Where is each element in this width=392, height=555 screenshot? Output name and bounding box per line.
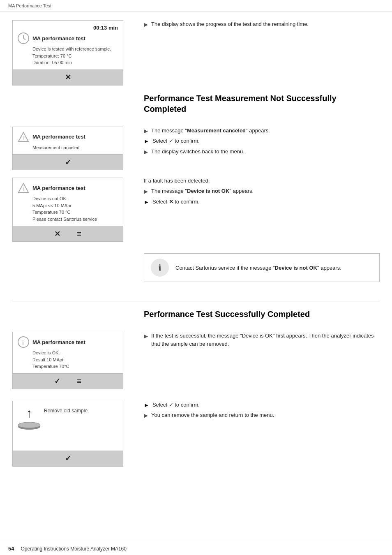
step-text-conf1: Select ✓ to confirm. bbox=[152, 401, 200, 409]
info-box: i Contact Sartorius service if the messa… bbox=[144, 253, 380, 282]
row-fault: ! MA performance test Device is not OK. … bbox=[12, 178, 380, 242]
instruction-text-progress: The display shows the progress of the te… bbox=[151, 20, 309, 28]
svg-text:i: i bbox=[22, 340, 24, 346]
step-text-c2: Select ✓ to confirm. bbox=[152, 137, 200, 145]
device-box-inner-progress: 00:13 min MA performance test Device is … bbox=[13, 21, 123, 69]
device-title-progress: MA performance test bbox=[32, 35, 85, 42]
svg-line-2 bbox=[23, 38, 25, 40]
arrow-up-icon: ↑ bbox=[26, 407, 32, 419]
page-content: 00:13 min MA performance test Device is … bbox=[0, 12, 392, 482]
info-icon-ok: i bbox=[18, 336, 29, 348]
step-text-f1: The message "Device is not OK" appears. bbox=[151, 187, 254, 195]
device-info-line-3: Duration: 05:00 min bbox=[32, 59, 118, 66]
device-header-canceled: ! MA performance test bbox=[18, 131, 118, 143]
step-text-c3: The display switches back to the menu. bbox=[151, 148, 244, 156]
arrow-filled-c2: ► bbox=[144, 137, 149, 146]
col-right-progress: ▶ The display shows the progress of the … bbox=[144, 20, 380, 31]
device-title-ok: MA performance test bbox=[32, 339, 85, 345]
step-confirm-1: ► Select ✓ to confirm. bbox=[144, 401, 380, 409]
instruction-list-success: ▶ If the test is successful, the message… bbox=[144, 332, 380, 348]
section2-heading: Performance Test Measurement Not Success… bbox=[144, 93, 380, 114]
device-footer-remove: ✓ bbox=[13, 451, 123, 466]
step-text-s1: If the test is successful, the message "… bbox=[151, 332, 380, 348]
row-section2-heading: Performance Test Measurement Not Success… bbox=[12, 93, 380, 119]
device-info-canceled-1: Measurement canceled bbox=[32, 144, 118, 151]
step-canceled-3: ▶ The display switches back to the menu. bbox=[144, 148, 380, 156]
col-right-remove: ► Select ✓ to confirm. ▶ You can remove … bbox=[144, 401, 380, 422]
info-note-text: Contact Sartorius service if the message… bbox=[175, 265, 341, 271]
device-box-fault: ! MA performance test Device is not OK. … bbox=[12, 178, 123, 242]
cancel-button-progress[interactable]: ✕ bbox=[65, 74, 71, 81]
ok-line-2: Result 10 MAρi bbox=[32, 356, 118, 363]
device-footer-canceled: ✓ bbox=[13, 154, 123, 170]
device-box-canceled: ! MA performance test Measurement cancel… bbox=[12, 127, 123, 171]
page-number: 54 bbox=[8, 546, 14, 552]
sample-box: ↑ Remove old sample ✓ bbox=[12, 401, 123, 467]
row-progress: 00:13 min MA performance test Device is … bbox=[12, 20, 380, 86]
arrow-outline-progress: ▶ bbox=[144, 21, 148, 29]
warning-icon-fault: ! bbox=[18, 182, 29, 194]
instruction-list-confirm: ► Select ✓ to confirm. ▶ You can remove … bbox=[144, 401, 380, 420]
sample-plate-icon bbox=[18, 422, 41, 430]
device-header-fault: ! MA performance test bbox=[18, 182, 118, 194]
arrow-outline-conf2: ▶ bbox=[144, 412, 148, 420]
warning-icon-canceled: ! bbox=[18, 131, 29, 143]
step-fault-1: ▶ The message "Device is not OK" appears… bbox=[144, 187, 380, 196]
fault-line-1: Device is not OK. bbox=[32, 195, 118, 202]
sample-label-text: Remove old sample bbox=[44, 405, 88, 414]
confirm-button-ok[interactable]: ✓ bbox=[54, 377, 60, 385]
ok-line-3: Temperature 70°C bbox=[32, 363, 118, 370]
step-confirm-2: ▶ You can remove the sample and return t… bbox=[144, 411, 380, 420]
device-footer-progress: ✕ bbox=[13, 69, 123, 85]
arrow-outline-f1: ▶ bbox=[144, 187, 148, 196]
device-info-fault: Device is not OK. 5 MAρi << 10 MAρi Temp… bbox=[32, 195, 118, 222]
col-left-remove: ↑ Remove old sample ✓ bbox=[12, 401, 131, 467]
device-info-progress: Device is tested with reference sample. … bbox=[32, 46, 118, 66]
footer-text: Operating Instructions Moisture Analyzer… bbox=[21, 546, 126, 552]
row-section3-heading: Performance Test Successfully Completed bbox=[12, 309, 380, 324]
step-canceled-2: ► Select ✓ to confirm. bbox=[144, 137, 380, 146]
fault-line-4: Please contact Sartorius service bbox=[32, 216, 118, 223]
fault-line-2: 5 MAρi << 10 MAρi bbox=[32, 202, 118, 209]
page-footer: 54 Operating Instructions Moisture Analy… bbox=[0, 542, 392, 555]
device-box-progress: 00:13 min MA performance test Device is … bbox=[12, 20, 123, 86]
device-box-inner-ok: i MA performance test Device is OK. Resu… bbox=[13, 332, 123, 373]
arrow-outline-c3: ▶ bbox=[144, 148, 148, 156]
info-circle: i bbox=[151, 259, 169, 277]
device-info-canceled: Measurement canceled bbox=[32, 144, 118, 151]
device-title-fault: MA performance test bbox=[32, 185, 85, 191]
sample-col: ↑ bbox=[18, 405, 41, 430]
col-right-fault: If a fault has been detected: ▶ The mess… bbox=[144, 178, 380, 208]
row-ok: i MA performance test Device is OK. Resu… bbox=[12, 332, 380, 389]
row-canceled: ! MA performance test Measurement cancel… bbox=[12, 127, 380, 171]
step-canceled-1: ▶ The message "Measurement canceled" app… bbox=[144, 127, 380, 135]
cancel-button-fault[interactable]: ✕ bbox=[54, 230, 60, 238]
svg-text:!: ! bbox=[23, 186, 25, 192]
instruction-list-progress: ▶ The display shows the progress of the … bbox=[144, 20, 380, 29]
ok-line-1: Device is OK. bbox=[32, 349, 118, 356]
device-info-line-1: Device is tested with reference sample. bbox=[32, 46, 118, 53]
fault-prefix: If a fault has been detected: bbox=[144, 178, 380, 184]
step-text-f2: Select ✕ to confirm. bbox=[152, 198, 200, 206]
info-i-icon: i bbox=[159, 262, 161, 273]
arrow-outline-s1: ▶ bbox=[144, 332, 148, 340]
sample-box-inner: ↑ Remove old sample bbox=[13, 401, 123, 451]
header-title: MA Performance Test bbox=[8, 3, 51, 8]
col-right-info: i Contact Sartorius service if the messa… bbox=[144, 249, 380, 286]
menu-button-ok[interactable]: ≡ bbox=[77, 377, 81, 385]
device-header-ok: i MA performance test bbox=[18, 336, 118, 348]
row-info-note: i Contact Sartorius service if the messa… bbox=[12, 249, 380, 286]
device-footer-ok: ✓ ≡ bbox=[13, 373, 123, 389]
device-title-canceled: MA performance test bbox=[32, 134, 85, 140]
confirm-button-remove[interactable]: ✓ bbox=[65, 455, 71, 462]
menu-button-fault[interactable]: ≡ bbox=[77, 230, 81, 238]
col-left-ok: i MA performance test Device is OK. Resu… bbox=[12, 332, 131, 389]
device-info-ok: Device is OK. Result 10 MAρi Temperature… bbox=[32, 349, 118, 370]
fault-line-3: Temperature 70 °C bbox=[32, 209, 118, 216]
step-text-conf2: You can remove the sample and return to … bbox=[151, 411, 274, 419]
svg-text:!: ! bbox=[23, 135, 25, 141]
confirm-button-canceled[interactable]: ✓ bbox=[65, 159, 71, 166]
instruction-list-canceled: ▶ The message "Measurement canceled" app… bbox=[144, 127, 380, 156]
page-header: MA Performance Test bbox=[0, 0, 392, 12]
step-text-c1: The message "Measurement canceled" appea… bbox=[151, 127, 270, 135]
